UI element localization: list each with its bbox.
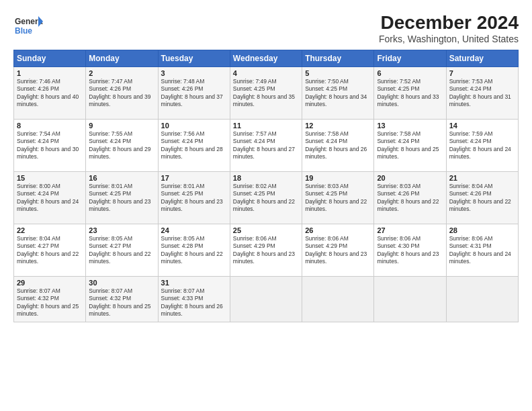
day-number: 3 — [161, 69, 227, 77]
calendar-cell: 1 Sunrise: 7:46 AM Sunset: 4:26 PM Dayli… — [14, 67, 86, 120]
calendar-table: SundayMondayTuesdayWednesdayThursdayFrid… — [13, 50, 519, 322]
calendar-cell: 25 Sunrise: 8:06 AM Sunset: 4:29 PM Dayl… — [230, 224, 302, 277]
calendar-cell: 22 Sunrise: 8:04 AM Sunset: 4:27 PM Dayl… — [14, 224, 86, 277]
calendar-cell — [230, 277, 302, 322]
day-info: Sunrise: 8:03 AM Sunset: 4:26 PM Dayligh… — [377, 183, 443, 214]
calendar-cell: 6 Sunrise: 7:52 AM Sunset: 4:25 PM Dayli… — [374, 67, 446, 120]
day-info: Sunrise: 8:06 AM Sunset: 4:29 PM Dayligh… — [233, 235, 299, 266]
calendar-cell — [446, 277, 518, 322]
day-info: Sunrise: 7:56 AM Sunset: 4:24 PM Dayligh… — [161, 130, 227, 161]
day-info: Sunrise: 8:01 AM Sunset: 4:25 PM Dayligh… — [89, 183, 154, 214]
calendar-header-friday: Friday — [374, 50, 446, 67]
calendar-cell: 5 Sunrise: 7:50 AM Sunset: 4:25 PM Dayli… — [302, 67, 374, 120]
day-number: 14 — [449, 122, 515, 130]
calendar-cell — [374, 277, 446, 322]
day-number: 19 — [305, 174, 371, 182]
day-info: Sunrise: 8:04 AM Sunset: 4:26 PM Dayligh… — [449, 183, 515, 214]
day-number: 25 — [233, 226, 299, 234]
day-info: Sunrise: 8:04 AM Sunset: 4:27 PM Dayligh… — [17, 235, 83, 266]
svg-text:Blue: Blue — [15, 26, 32, 36]
day-info: Sunrise: 8:02 AM Sunset: 4:25 PM Dayligh… — [233, 183, 299, 214]
calendar-cell: 14 Sunrise: 7:59 AM Sunset: 4:24 PM Dayl… — [446, 120, 518, 172]
day-info: Sunrise: 8:00 AM Sunset: 4:24 PM Dayligh… — [17, 183, 83, 214]
day-info: Sunrise: 7:46 AM Sunset: 4:26 PM Dayligh… — [17, 78, 83, 109]
calendar-cell: 3 Sunrise: 7:48 AM Sunset: 4:26 PM Dayli… — [158, 67, 230, 120]
day-number: 16 — [89, 174, 154, 182]
calendar-cell: 20 Sunrise: 8:03 AM Sunset: 4:26 PM Dayl… — [374, 172, 446, 224]
calendar-cell: 28 Sunrise: 8:06 AM Sunset: 4:31 PM Dayl… — [446, 224, 518, 277]
day-info: Sunrise: 7:48 AM Sunset: 4:26 PM Dayligh… — [161, 78, 227, 109]
day-number: 2 — [89, 69, 154, 77]
calendar-header-thursday: Thursday — [302, 50, 374, 67]
calendar-header-sunday: Sunday — [14, 50, 86, 67]
day-info: Sunrise: 7:53 AM Sunset: 4:24 PM Dayligh… — [449, 78, 515, 109]
day-info: Sunrise: 8:07 AM Sunset: 4:32 PM Dayligh… — [17, 287, 83, 318]
day-number: 7 — [449, 69, 515, 77]
day-info: Sunrise: 7:58 AM Sunset: 4:24 PM Dayligh… — [305, 130, 371, 161]
day-number: 12 — [305, 122, 371, 130]
calendar-header-monday: Monday — [86, 50, 158, 67]
day-info: Sunrise: 7:59 AM Sunset: 4:24 PM Dayligh… — [449, 130, 515, 161]
day-number: 30 — [89, 279, 154, 287]
calendar-cell: 9 Sunrise: 7:55 AM Sunset: 4:24 PM Dayli… — [86, 120, 158, 172]
calendar-cell: 10 Sunrise: 7:56 AM Sunset: 4:24 PM Dayl… — [158, 120, 230, 172]
day-number: 29 — [17, 279, 83, 287]
day-info: Sunrise: 8:06 AM Sunset: 4:30 PM Dayligh… — [377, 235, 443, 266]
calendar-cell: 2 Sunrise: 7:47 AM Sunset: 4:26 PM Dayli… — [86, 67, 158, 120]
day-number: 17 — [161, 174, 227, 182]
calendar-cell: 24 Sunrise: 8:05 AM Sunset: 4:28 PM Dayl… — [158, 224, 230, 277]
calendar-cell: 13 Sunrise: 7:58 AM Sunset: 4:24 PM Dayl… — [374, 120, 446, 172]
page: General Blue December 2024 Forks, Washin… — [0, 0, 532, 411]
calendar-cell: 29 Sunrise: 8:07 AM Sunset: 4:32 PM Dayl… — [14, 277, 86, 322]
calendar-cell: 26 Sunrise: 8:06 AM Sunset: 4:29 PM Dayl… — [302, 224, 374, 277]
day-number: 18 — [233, 174, 299, 182]
day-info: Sunrise: 8:03 AM Sunset: 4:25 PM Dayligh… — [305, 183, 371, 214]
day-info: Sunrise: 8:07 AM Sunset: 4:33 PM Dayligh… — [161, 287, 227, 318]
day-number: 13 — [377, 122, 443, 130]
calendar-cell: 30 Sunrise: 8:07 AM Sunset: 4:32 PM Dayl… — [86, 277, 158, 322]
calendar-header-tuesday: Tuesday — [158, 50, 230, 67]
calendar-cell: 17 Sunrise: 8:01 AM Sunset: 4:25 PM Dayl… — [158, 172, 230, 224]
main-title: December 2024 — [379, 12, 519, 34]
calendar-cell: 16 Sunrise: 8:01 AM Sunset: 4:25 PM Dayl… — [86, 172, 158, 224]
calendar-cell: 21 Sunrise: 8:04 AM Sunset: 4:26 PM Dayl… — [446, 172, 518, 224]
day-info: Sunrise: 7:58 AM Sunset: 4:24 PM Dayligh… — [377, 130, 443, 161]
day-number: 9 — [89, 122, 154, 130]
day-number: 31 — [161, 279, 227, 287]
calendar-header-saturday: Saturday — [446, 50, 518, 67]
calendar-cell — [302, 277, 374, 322]
calendar-cell: 4 Sunrise: 7:49 AM Sunset: 4:25 PM Dayli… — [230, 67, 302, 120]
day-number: 1 — [17, 69, 83, 77]
day-info: Sunrise: 7:57 AM Sunset: 4:24 PM Dayligh… — [233, 130, 299, 161]
day-number: 20 — [377, 174, 443, 182]
day-number: 27 — [377, 226, 443, 234]
day-number: 22 — [17, 226, 83, 234]
day-number: 4 — [233, 69, 299, 77]
calendar-cell: 23 Sunrise: 8:05 AM Sunset: 4:27 PM Dayl… — [86, 224, 158, 277]
day-info: Sunrise: 8:05 AM Sunset: 4:28 PM Dayligh… — [161, 235, 227, 266]
logo-svg: General Blue — [13, 12, 43, 42]
day-info: Sunrise: 8:06 AM Sunset: 4:31 PM Dayligh… — [449, 235, 515, 266]
day-info: Sunrise: 8:05 AM Sunset: 4:27 PM Dayligh… — [89, 235, 154, 266]
day-number: 10 — [161, 122, 227, 130]
day-info: Sunrise: 8:06 AM Sunset: 4:29 PM Dayligh… — [305, 235, 371, 266]
calendar-cell: 12 Sunrise: 7:58 AM Sunset: 4:24 PM Dayl… — [302, 120, 374, 172]
day-info: Sunrise: 7:52 AM Sunset: 4:25 PM Dayligh… — [377, 78, 443, 109]
day-number: 28 — [449, 226, 515, 234]
day-info: Sunrise: 8:07 AM Sunset: 4:32 PM Dayligh… — [89, 287, 154, 318]
day-number: 15 — [17, 174, 83, 182]
calendar-cell: 18 Sunrise: 8:02 AM Sunset: 4:25 PM Dayl… — [230, 172, 302, 224]
calendar-cell: 15 Sunrise: 8:00 AM Sunset: 4:24 PM Dayl… — [14, 172, 86, 224]
subtitle: Forks, Washington, United States — [379, 34, 519, 44]
header: General Blue December 2024 Forks, Washin… — [13, 12, 519, 44]
day-number: 6 — [377, 69, 443, 77]
day-number: 21 — [449, 174, 515, 182]
day-info: Sunrise: 7:50 AM Sunset: 4:25 PM Dayligh… — [305, 78, 371, 109]
day-number: 26 — [305, 226, 371, 234]
calendar-cell: 19 Sunrise: 8:03 AM Sunset: 4:25 PM Dayl… — [302, 172, 374, 224]
calendar-cell: 31 Sunrise: 8:07 AM Sunset: 4:33 PM Dayl… — [158, 277, 230, 322]
calendar-cell: 11 Sunrise: 7:57 AM Sunset: 4:24 PM Dayl… — [230, 120, 302, 172]
day-info: Sunrise: 8:01 AM Sunset: 4:25 PM Dayligh… — [161, 183, 227, 214]
calendar-cell: 8 Sunrise: 7:54 AM Sunset: 4:24 PM Dayli… — [14, 120, 86, 172]
day-info: Sunrise: 7:47 AM Sunset: 4:26 PM Dayligh… — [89, 78, 154, 109]
